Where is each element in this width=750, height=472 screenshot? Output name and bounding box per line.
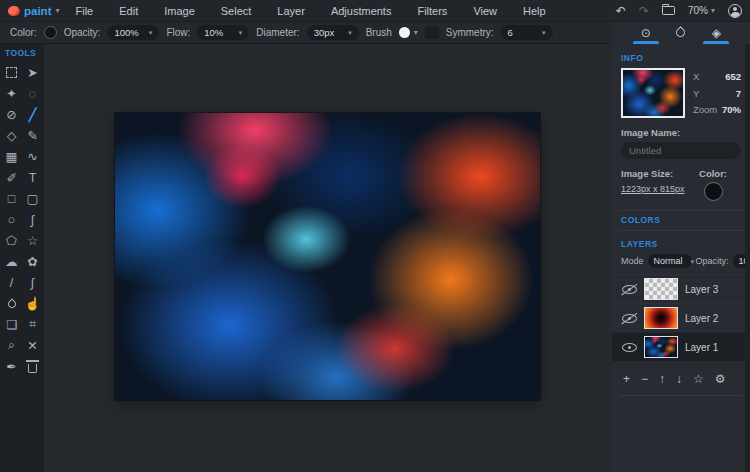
flow-dropdown[interactable]: 10%▾ — [197, 25, 249, 40]
account-icon[interactable] — [728, 4, 742, 18]
image-size-link[interactable]: 1223px x 815px — [621, 184, 685, 194]
canvas-image[interactable] — [115, 113, 540, 400]
rectangle-tool[interactable]: □ — [2, 189, 21, 208]
undo-icon[interactable]: ↶ — [616, 5, 626, 17]
text-tool[interactable]: T — [23, 168, 42, 187]
symmetry-label: Symmetry: — [446, 27, 494, 38]
resize-tool[interactable]: ✕ — [23, 336, 42, 355]
topbar-right: ↶ ↷ 70% ▾ — [616, 4, 742, 18]
color-drop-tab[interactable] — [668, 26, 694, 44]
curve-tool[interactable]: ʃ — [23, 210, 42, 229]
layer-row[interactable]: Layer 2 — [612, 303, 750, 332]
brush-label: Brush — [366, 27, 392, 38]
cursor-tool[interactable]: ➤ — [23, 63, 42, 82]
layer-label: Layer 1 — [685, 342, 718, 353]
cloud-tool[interactable]: ☁ — [2, 252, 21, 271]
remove-layer-button[interactable]: − — [641, 373, 648, 385]
blend-mode-dropdown[interactable]: Normal▾ — [648, 254, 692, 268]
favorite-layer-button[interactable]: ☆ — [693, 373, 704, 385]
menu-item-file[interactable]: File — [74, 3, 96, 19]
layers-tab-icon: ◈ — [712, 26, 721, 40]
blur-tool[interactable] — [2, 294, 21, 313]
eye-off-icon[interactable] — [622, 314, 637, 323]
zoom-level-dropdown[interactable]: 70% ▾ — [688, 5, 715, 16]
frame-tool[interactable]: ❏ — [2, 315, 21, 334]
navigator-thumbnail[interactable] — [621, 68, 685, 118]
open-file-icon[interactable] — [662, 6, 675, 15]
menu-item-help[interactable]: Help — [521, 3, 548, 19]
zoom-tool[interactable]: ⌕ — [2, 336, 21, 355]
lasso-tool[interactable]: ◌ — [23, 84, 42, 103]
magic-wand-tool[interactable]: ✦ — [2, 84, 21, 103]
menu-item-edit[interactable]: Edit — [117, 3, 140, 19]
foreground-color-swatch[interactable] — [704, 182, 723, 201]
clone-stamp-tool[interactable]: ⊘ — [2, 105, 21, 124]
hand-tool[interactable]: ☝ — [23, 294, 42, 313]
tool-options-bar: Color: Opacity: 100%▾ Flow: 10%▾ Diamete… — [0, 22, 612, 44]
eyedropper-tool[interactable]: ✒ — [2, 357, 21, 376]
redo-icon[interactable]: ↷ — [639, 5, 649, 17]
image-name-input[interactable] — [621, 142, 741, 159]
move-layer-up-button[interactable]: ↑ — [659, 373, 665, 385]
layers-tab[interactable]: ◈ — [703, 26, 729, 44]
spline-tool[interactable]: ∫ — [23, 273, 42, 292]
tools-sidebar: TOOLS ➤✦◌⊘╱◇✎▦∿✐T□▢○ʃ⬠☆☁✿/∫☝❏⌗⌕✕✒ — [0, 44, 44, 472]
layer-thumbnail — [644, 307, 678, 329]
info-tab-icon: ⊙ — [641, 26, 651, 40]
info-readouts: X652 Y7 Zoom70% — [693, 68, 741, 118]
eraser-tool[interactable]: ◇ — [2, 126, 21, 145]
menu-item-filters[interactable]: Filters — [415, 3, 449, 19]
marquee-select-tool[interactable] — [2, 63, 21, 82]
ellipse-tool[interactable]: ○ — [2, 210, 21, 229]
symmetry-dropdown[interactable]: 6▾ — [501, 25, 553, 40]
zoom-level-value: 70% — [688, 5, 708, 16]
brush-preset-dropdown[interactable]: ▾ — [399, 27, 418, 38]
marquee-select-tool-icon — [6, 67, 17, 78]
x-value: 652 — [725, 71, 741, 82]
symmetry-toggle[interactable] — [425, 26, 439, 39]
diameter-value: 30px — [314, 27, 335, 38]
rounded-rectangle-tool[interactable]: ▢ — [23, 189, 42, 208]
diameter-dropdown[interactable]: 30px▾ — [307, 25, 359, 40]
paintbrush-tool[interactable]: ╱ — [23, 105, 42, 124]
eye-icon[interactable] — [622, 343, 637, 352]
brush-color-swatch[interactable] — [44, 26, 57, 39]
right-panel: INFO X652 Y7 Zoom70% Image Name: Image S… — [612, 44, 750, 472]
panel-tabs: ⊙◈ — [612, 22, 750, 44]
app-logo[interactable]: paint ▾ — [8, 5, 60, 17]
pentagon-tool[interactable]: ⬠ — [2, 231, 21, 250]
pencil-tool[interactable]: ✎ — [23, 126, 42, 145]
opacity-dropdown[interactable]: 100%▾ — [107, 25, 159, 40]
marker-tool[interactable]: ✐ — [2, 168, 21, 187]
top-menu-bar: paint ▾ FileEditImageSelectLayerAdjustme… — [0, 0, 750, 22]
layer-settings-button[interactable]: ⚙ — [715, 373, 726, 385]
color-label: Color: — [10, 27, 37, 38]
layer-row[interactable]: Layer 1 — [612, 332, 750, 361]
layer-label: Layer 2 — [685, 313, 718, 324]
crop-tool[interactable]: ⌗ — [23, 315, 42, 334]
y-value: 7 — [736, 88, 741, 99]
flower-tool[interactable]: ✿ — [23, 252, 42, 271]
fill-tool[interactable]: ▦ — [2, 147, 21, 166]
chevron-down-icon: ▾ — [348, 29, 352, 36]
menu-item-view[interactable]: View — [471, 3, 499, 19]
star-tool[interactable]: ☆ — [23, 231, 42, 250]
layer-opacity-dropdown[interactable]: 100%▾ — [733, 254, 750, 268]
layer-list: Layer 3Layer 2Layer 1 — [612, 274, 750, 361]
divider — [619, 395, 743, 396]
menu-item-adjustments[interactable]: Adjustments — [329, 3, 394, 19]
menu-item-layer[interactable]: Layer — [275, 3, 307, 19]
menu-item-image[interactable]: Image — [162, 3, 197, 19]
paint-app: paint ▾ FileEditImageSelectLayerAdjustme… — [0, 0, 750, 472]
zoom-value: 70% — [722, 104, 741, 115]
info-tab[interactable]: ⊙ — [633, 26, 659, 44]
add-layer-button[interactable]: + — [623, 373, 630, 385]
eye-off-icon[interactable] — [622, 285, 637, 294]
chevron-down-icon: ▾ — [55, 7, 59, 15]
layer-row[interactable]: Layer 3 — [612, 274, 750, 303]
line-tool[interactable]: / — [2, 273, 21, 292]
smudge-tool[interactable]: ∿ — [23, 147, 42, 166]
menu-item-select[interactable]: Select — [219, 3, 254, 19]
move-layer-down-button[interactable]: ↓ — [676, 373, 682, 385]
delete-tool[interactable] — [23, 357, 42, 376]
